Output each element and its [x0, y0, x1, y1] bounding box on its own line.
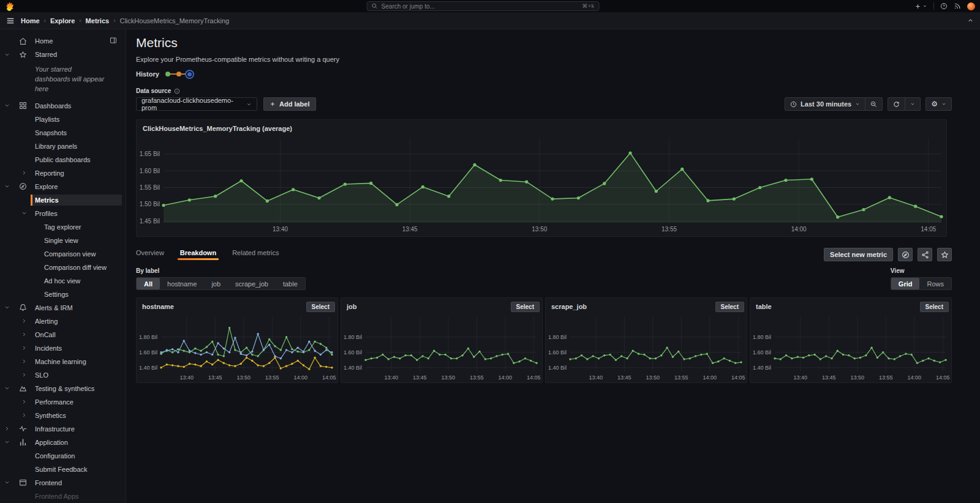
expand-down-icon[interactable]: [0, 52, 13, 58]
sidebar-item-configuration[interactable]: Configuration: [0, 449, 126, 463]
select-button-table[interactable]: Select: [920, 302, 949, 312]
sidebar-item-starred[interactable]: Starred: [0, 48, 126, 61]
sidebar-item-profiles[interactable]: Profiles: [0, 207, 126, 220]
expand-right-icon[interactable]: [13, 170, 35, 176]
sidebar-item-performance[interactable]: Performance: [0, 395, 126, 409]
bylabel-option-job[interactable]: job: [204, 278, 228, 289]
sidebar-item-machine-learning[interactable]: Machine learning: [0, 355, 126, 368]
sidebar-item-metrics[interactable]: Metrics: [0, 193, 126, 207]
sidebar-item-alerts-irm[interactable]: Alerts & IRM: [0, 301, 126, 315]
sidebar-item-comparison-diff-view[interactable]: Comparison diff view: [0, 261, 126, 274]
bylabel-label: By label: [136, 267, 306, 274]
expand-right-icon[interactable]: [13, 345, 35, 351]
bookmark-button[interactable]: [937, 248, 952, 261]
tab-overview[interactable]: Overview: [136, 249, 164, 260]
expand-right-icon[interactable]: [13, 372, 35, 378]
breadcrumb-item-clickhousemetrics-memorytracking[interactable]: ClickHouseMetrics_MemoryTracking: [119, 17, 229, 24]
expand-down-icon[interactable]: [0, 480, 13, 485]
select-button-hostname[interactable]: Select: [306, 302, 335, 312]
zoom-out-button[interactable]: [865, 98, 882, 110]
sidebar-item-frontend-apps[interactable]: Frontend Apps: [0, 490, 126, 503]
sidebar-item-reporting[interactable]: Reporting: [0, 166, 126, 180]
sidebar-item-library-panels[interactable]: Library panels: [0, 140, 126, 153]
bylabel-option-scrape-job[interactable]: scrape_job: [228, 278, 276, 289]
sidebar-item-alerting[interactable]: Alerting: [0, 315, 126, 328]
bylabel-option-table[interactable]: table: [276, 278, 305, 289]
datasource-value: grafanacloud-clickhousedemo-prom: [141, 97, 246, 111]
menu-toggle-icon[interactable]: [6, 17, 15, 25]
select-new-metric-button[interactable]: Select new metric: [824, 248, 893, 261]
breadcrumb-item-explore[interactable]: Explore: [50, 17, 75, 24]
sidebar-item-testing-synthetics[interactable]: Testing & synthetics: [0, 382, 126, 395]
sidebar-item-dashboards[interactable]: Dashboards: [0, 99, 126, 113]
expand-right-icon[interactable]: [13, 332, 35, 337]
sidebar-item-incidents[interactable]: Incidents: [0, 341, 126, 355]
sidebar-item-playlists[interactable]: Playlists: [0, 113, 126, 126]
sidebar-item-label: Settings: [35, 289, 126, 300]
time-range-picker[interactable]: Last 30 minutes: [785, 98, 865, 110]
scrape-job-chart[interactable]: 13:4013:4513:5013:5514:0014:051.40 Bil1.…: [546, 313, 747, 382]
breadcrumb-item-home[interactable]: Home: [21, 17, 40, 24]
datasource-picker[interactable]: grafanacloud-clickhousedemo-prom: [136, 97, 257, 111]
sidebar-item-application[interactable]: Application: [0, 436, 126, 449]
expand-down-icon[interactable]: [0, 386, 13, 391]
bylabel-option-all[interactable]: All: [137, 278, 160, 289]
expand-down-icon[interactable]: [13, 211, 35, 216]
sidebar-item-oncall[interactable]: OnCall: [0, 328, 126, 341]
search-input[interactable]: Search or jump to... ⌘+k: [367, 1, 600, 11]
sidebar-item-infrastructure[interactable]: Infrastructure: [0, 422, 126, 436]
hostname-chart[interactable]: 13:4013:4513:5013:5514:0014:051.40 Bil1.…: [137, 313, 337, 382]
view-option-grid[interactable]: Grid: [891, 278, 920, 289]
select-button-job[interactable]: Select: [511, 302, 540, 312]
expand-right-icon[interactable]: [13, 359, 35, 364]
bylabel-option-hostname[interactable]: hostname: [160, 278, 204, 289]
user-avatar[interactable]: [967, 2, 975, 10]
table-chart[interactable]: 13:4013:4513:5013:5514:0014:051.40 Bil1.…: [750, 313, 951, 382]
history-step-3[interactable]: [187, 72, 192, 76]
metric-graph-chart[interactable]: 13:4013:4513:5013:5514:0014:051.45 Bil1.…: [137, 135, 946, 236]
expand-right-icon[interactable]: [0, 426, 13, 431]
view-option-rows[interactable]: Rows: [919, 278, 951, 289]
expand-down-icon[interactable]: [0, 103, 13, 108]
expand-right-icon[interactable]: [13, 318, 35, 324]
sidebar-item-tag-explorer[interactable]: Tag explorer: [0, 220, 126, 234]
explore-button[interactable]: [898, 248, 913, 261]
sidebar-item-public-dashboards[interactable]: Public dashboards: [0, 153, 126, 166]
tab-breakdown[interactable]: Breakdown: [180, 249, 216, 260]
sidebar-item-comparison-view[interactable]: Comparison view: [0, 247, 126, 261]
add-label-button[interactable]: Add label: [263, 97, 316, 111]
sidebar-item-snapshots[interactable]: Snapshots: [0, 126, 126, 140]
refresh-button[interactable]: [888, 98, 905, 110]
sidebar-item-settings[interactable]: Settings: [0, 288, 126, 301]
history-steps[interactable]: [165, 72, 192, 76]
refresh-interval-button[interactable]: [905, 98, 920, 110]
chevron-up-icon[interactable]: [967, 17, 974, 24]
sidebar-item-ad-hoc-view[interactable]: Ad hoc view: [0, 274, 126, 288]
tab-related-metrics[interactable]: Related metrics: [232, 249, 279, 260]
expand-down-icon[interactable]: [0, 439, 13, 445]
sidebar-item-home[interactable]: Home: [0, 34, 126, 48]
sidebar-item-slo[interactable]: SLO: [0, 368, 126, 382]
select-button-scrape-job[interactable]: Select: [715, 302, 744, 312]
new-item-button[interactable]: [914, 3, 927, 10]
sidebar-item-frontend[interactable]: Frontend: [0, 476, 126, 490]
sidebar-item-synthetics[interactable]: Synthetics: [0, 409, 126, 422]
breadcrumb-item-metrics[interactable]: Metrics: [86, 17, 110, 24]
sidebar-item-single-view[interactable]: Single view: [0, 234, 126, 247]
expand-right-icon[interactable]: [13, 412, 35, 418]
settings-button[interactable]: ⚙: [926, 98, 951, 110]
expand-down-icon[interactable]: [0, 305, 13, 310]
dock-icon[interactable]: [110, 37, 126, 45]
expand-down-icon[interactable]: [0, 184, 13, 189]
sidebar-item-explore[interactable]: Explore: [0, 180, 126, 193]
help-icon[interactable]: [940, 2, 948, 10]
share-button[interactable]: [918, 248, 932, 261]
grafana-logo-icon[interactable]: [5, 2, 14, 11]
history-step-2[interactable]: [176, 72, 181, 76]
history-step-1[interactable]: [165, 72, 170, 76]
sidebar-item-submit-feedback[interactable]: Submit Feedback: [0, 463, 126, 476]
job-chart[interactable]: 13:4013:4513:5013:5514:0014:051.40 Bil1.…: [341, 313, 542, 382]
news-icon[interactable]: [954, 2, 961, 10]
svg-text:13:55: 13:55: [662, 226, 677, 233]
expand-right-icon[interactable]: [13, 399, 35, 404]
